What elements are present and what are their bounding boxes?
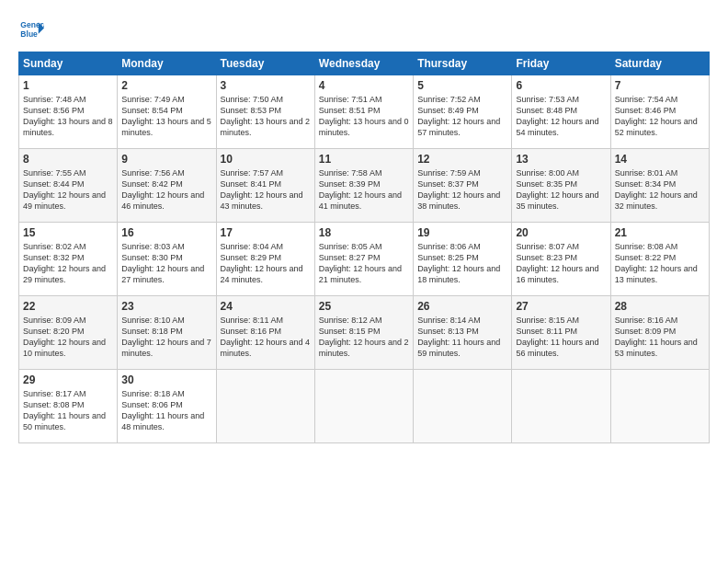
week-row-1: 1Sunrise: 7:48 AMSunset: 8:56 PMDaylight… xyxy=(19,75,710,149)
cell-info: Sunrise: 7:59 AMSunset: 8:37 PMDaylight:… xyxy=(417,168,500,211)
day-number: 1 xyxy=(23,79,113,92)
logo-icon: General Blue xyxy=(18,17,44,42)
calendar-cell: 16Sunrise: 8:03 AMSunset: 8:30 PMDayligh… xyxy=(118,223,216,296)
calendar-cell xyxy=(314,370,413,443)
weekday-wednesday: Wednesday xyxy=(314,52,413,75)
cell-info: Sunrise: 8:16 AMSunset: 8:09 PMDaylight:… xyxy=(615,316,698,358)
cell-info: Sunrise: 8:09 AMSunset: 8:20 PMDaylight:… xyxy=(23,316,106,358)
day-number: 30 xyxy=(121,373,211,386)
calendar-cell: 2Sunrise: 7:49 AMSunset: 8:54 PMDaylight… xyxy=(118,75,216,149)
weekday-saturday: Saturday xyxy=(610,52,709,75)
calendar-cell xyxy=(216,370,314,443)
calendar-cell: 7Sunrise: 7:54 AMSunset: 8:46 PMDaylight… xyxy=(610,75,709,149)
day-number: 28 xyxy=(615,300,705,313)
weekday-sunday: Sunday xyxy=(19,52,118,75)
cell-info: Sunrise: 7:49 AMSunset: 8:54 PMDaylight:… xyxy=(121,95,211,137)
cell-info: Sunrise: 8:12 AMSunset: 8:15 PMDaylight:… xyxy=(319,316,409,358)
cell-info: Sunrise: 8:04 AMSunset: 8:29 PMDaylight:… xyxy=(221,242,303,284)
calendar-cell: 5Sunrise: 7:52 AMSunset: 8:49 PMDaylight… xyxy=(414,75,512,149)
day-number: 4 xyxy=(319,79,409,92)
calendar-cell: 15Sunrise: 8:02 AMSunset: 8:32 PMDayligh… xyxy=(19,223,118,296)
day-number: 14 xyxy=(615,153,705,166)
cell-info: Sunrise: 8:15 AMSunset: 8:11 PMDaylight:… xyxy=(516,316,598,358)
day-number: 11 xyxy=(319,153,409,166)
page: General Blue SundayMondayTuesdayWednesda… xyxy=(0,0,728,453)
day-number: 13 xyxy=(516,153,606,166)
day-number: 24 xyxy=(221,300,311,313)
cell-info: Sunrise: 8:00 AMSunset: 8:35 PMDaylight:… xyxy=(516,168,598,211)
calendar-table: SundayMondayTuesdayWednesdayThursdayFrid… xyxy=(18,52,710,443)
day-number: 5 xyxy=(417,79,507,92)
day-number: 18 xyxy=(319,226,409,239)
calendar-cell: 21Sunrise: 8:08 AMSunset: 8:22 PMDayligh… xyxy=(610,223,709,296)
cell-info: Sunrise: 8:18 AMSunset: 8:06 PMDaylight:… xyxy=(121,389,204,431)
day-number: 16 xyxy=(121,226,211,239)
week-row-5: 29Sunrise: 8:17 AMSunset: 8:08 PMDayligh… xyxy=(19,370,710,443)
calendar-cell: 25Sunrise: 8:12 AMSunset: 8:15 PMDayligh… xyxy=(314,296,413,370)
cell-info: Sunrise: 7:53 AMSunset: 8:48 PMDaylight:… xyxy=(516,95,598,137)
day-number: 23 xyxy=(121,300,211,313)
logo: General Blue xyxy=(18,17,50,42)
weekday-monday: Monday xyxy=(118,52,216,75)
day-number: 20 xyxy=(516,226,606,239)
svg-text:Blue: Blue xyxy=(20,29,38,39)
cell-info: Sunrise: 7:48 AMSunset: 8:56 PMDaylight:… xyxy=(23,95,113,137)
cell-info: Sunrise: 7:54 AMSunset: 8:46 PMDaylight:… xyxy=(615,95,698,137)
calendar-cell: 18Sunrise: 8:05 AMSunset: 8:27 PMDayligh… xyxy=(314,223,413,296)
calendar-cell xyxy=(610,370,709,443)
cell-info: Sunrise: 8:06 AMSunset: 8:25 PMDaylight:… xyxy=(417,242,500,284)
cell-info: Sunrise: 7:52 AMSunset: 8:49 PMDaylight:… xyxy=(417,95,500,137)
calendar-cell: 10Sunrise: 7:57 AMSunset: 8:41 PMDayligh… xyxy=(216,149,314,223)
cell-info: Sunrise: 8:10 AMSunset: 8:18 PMDaylight:… xyxy=(121,316,211,358)
day-number: 6 xyxy=(516,79,606,92)
calendar-cell: 28Sunrise: 8:16 AMSunset: 8:09 PMDayligh… xyxy=(610,296,709,370)
week-row-2: 8Sunrise: 7:55 AMSunset: 8:44 PMDaylight… xyxy=(19,149,710,223)
cell-info: Sunrise: 8:02 AMSunset: 8:32 PMDaylight:… xyxy=(23,242,106,284)
calendar-cell xyxy=(512,370,610,443)
calendar-cell: 29Sunrise: 8:17 AMSunset: 8:08 PMDayligh… xyxy=(19,370,118,443)
calendar-cell: 1Sunrise: 7:48 AMSunset: 8:56 PMDaylight… xyxy=(19,75,118,149)
cell-info: Sunrise: 7:57 AMSunset: 8:41 PMDaylight:… xyxy=(221,168,303,211)
calendar-cell: 4Sunrise: 7:51 AMSunset: 8:51 PMDaylight… xyxy=(314,75,413,149)
day-number: 8 xyxy=(23,153,113,166)
day-number: 29 xyxy=(23,373,113,386)
cell-info: Sunrise: 7:55 AMSunset: 8:44 PMDaylight:… xyxy=(23,168,106,211)
calendar-cell: 12Sunrise: 7:59 AMSunset: 8:37 PMDayligh… xyxy=(414,149,512,223)
weekday-header-row: SundayMondayTuesdayWednesdayThursdayFrid… xyxy=(19,52,710,75)
cell-info: Sunrise: 8:14 AMSunset: 8:13 PMDaylight:… xyxy=(417,316,500,358)
calendar-cell: 17Sunrise: 8:04 AMSunset: 8:29 PMDayligh… xyxy=(216,223,314,296)
calendar-cell: 30Sunrise: 8:18 AMSunset: 8:06 PMDayligh… xyxy=(118,370,216,443)
calendar-cell: 22Sunrise: 8:09 AMSunset: 8:20 PMDayligh… xyxy=(19,296,118,370)
day-number: 10 xyxy=(221,153,311,166)
day-number: 27 xyxy=(516,300,606,313)
calendar-cell: 19Sunrise: 8:06 AMSunset: 8:25 PMDayligh… xyxy=(414,223,512,296)
day-number: 26 xyxy=(417,300,507,313)
calendar-cell: 9Sunrise: 7:56 AMSunset: 8:42 PMDaylight… xyxy=(118,149,216,223)
cell-info: Sunrise: 8:11 AMSunset: 8:16 PMDaylight:… xyxy=(221,316,311,358)
day-number: 3 xyxy=(221,79,311,92)
week-row-4: 22Sunrise: 8:09 AMSunset: 8:20 PMDayligh… xyxy=(19,296,710,370)
day-number: 25 xyxy=(319,300,409,313)
calendar-cell: 23Sunrise: 8:10 AMSunset: 8:18 PMDayligh… xyxy=(118,296,216,370)
day-number: 21 xyxy=(615,226,705,239)
day-number: 9 xyxy=(121,153,211,166)
week-row-3: 15Sunrise: 8:02 AMSunset: 8:32 PMDayligh… xyxy=(19,223,710,296)
calendar-cell: 27Sunrise: 8:15 AMSunset: 8:11 PMDayligh… xyxy=(512,296,610,370)
cell-info: Sunrise: 7:56 AMSunset: 8:42 PMDaylight:… xyxy=(121,168,204,211)
weekday-thursday: Thursday xyxy=(414,52,512,75)
day-number: 2 xyxy=(121,79,211,92)
day-number: 19 xyxy=(417,226,507,239)
cell-info: Sunrise: 8:17 AMSunset: 8:08 PMDaylight:… xyxy=(23,389,106,431)
calendar-cell: 8Sunrise: 7:55 AMSunset: 8:44 PMDaylight… xyxy=(19,149,118,223)
day-number: 12 xyxy=(417,153,507,166)
day-number: 22 xyxy=(23,300,113,313)
calendar-cell: 13Sunrise: 8:00 AMSunset: 8:35 PMDayligh… xyxy=(512,149,610,223)
calendar-cell xyxy=(414,370,512,443)
calendar-cell: 6Sunrise: 7:53 AMSunset: 8:48 PMDaylight… xyxy=(512,75,610,149)
cell-info: Sunrise: 7:58 AMSunset: 8:39 PMDaylight:… xyxy=(319,168,402,211)
cell-info: Sunrise: 8:01 AMSunset: 8:34 PMDaylight:… xyxy=(615,168,698,211)
calendar-cell: 26Sunrise: 8:14 AMSunset: 8:13 PMDayligh… xyxy=(414,296,512,370)
cell-info: Sunrise: 8:03 AMSunset: 8:30 PMDaylight:… xyxy=(121,242,204,284)
cell-info: Sunrise: 8:08 AMSunset: 8:22 PMDaylight:… xyxy=(615,242,698,284)
day-number: 15 xyxy=(23,226,113,239)
